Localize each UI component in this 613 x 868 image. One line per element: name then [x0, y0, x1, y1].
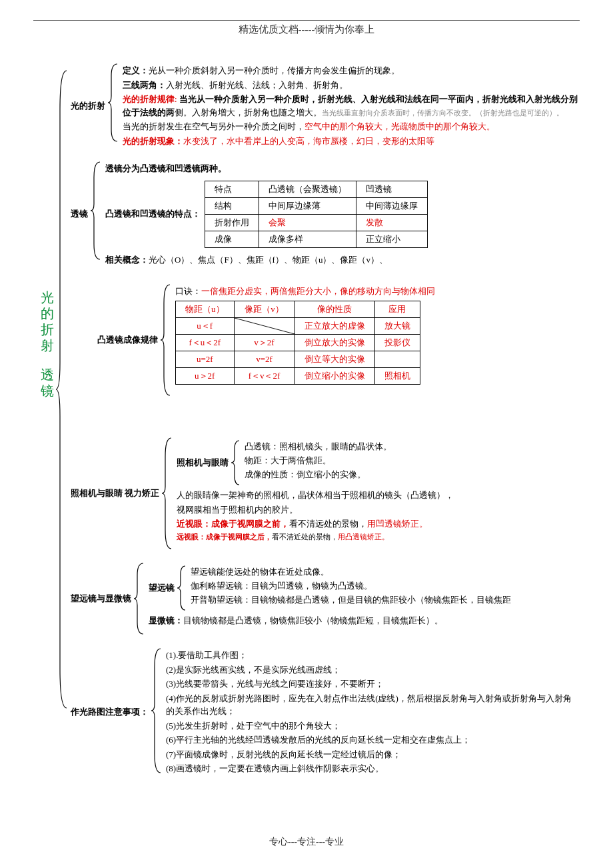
note-item: (2)是实际光线画实线，不是实际光线画虚线； [166, 663, 580, 677]
brace-icon [231, 439, 241, 486]
lens-compare-table: 特点凸透镜（会聚透镜）凹透镜 结构中间厚边缘薄中间薄边缘厚 折射作用会聚发散 成… [205, 181, 428, 248]
sec4-body: 照相机与眼睛 凸透镜：照相机镜头，眼睛的晶状体。 物距：大于两倍焦距。 成像的性… [173, 437, 580, 543]
imaging-table: 物距（u） 像距（v） 像的性质 应用 u＜f正立放大的虚像放大镜f＜u＜2fv… [175, 301, 420, 385]
main-title-part2: 透镜 [40, 367, 55, 399]
sec4-sub1-label: 照相机与眼睛 [177, 457, 229, 469]
brace-icon [151, 647, 162, 774]
page-footer: 专心---专注---专业 [0, 836, 613, 848]
main-title: 光的折射 透镜 [40, 289, 55, 399]
sec1-label: 光的折射 [71, 100, 105, 112]
sec3-label: 凸透镜成像规律 [97, 334, 158, 346]
note-item: (1).要借助工具作图； [166, 649, 580, 662]
brace-icon [134, 562, 145, 635]
sec3-body: 口诀：一倍焦距分虚实，两倍焦距分大小，像的移动方向与物体相同 物距（u） 像距（… [171, 283, 580, 387]
svg-line-0 [235, 318, 295, 334]
sec6-label: 作光路图注意事项： [71, 706, 149, 718]
brace-icon [177, 565, 187, 611]
note-item: (7)平面镜成像时，反射光线的反向延长线一定经过镜后的像； [166, 748, 580, 761]
sec5-body: 望远镜 望远镜能使远处的物体在近处成像。 伽利略望远镜：目镜为凹透镜，物镜为凸透… [145, 562, 580, 629]
sec5-label: 望远镜与显微镜 [71, 593, 131, 605]
sec1-body: 定义：光从一种介质斜射入另一种介质时，传播方向会发生偏折的现象。 三线两角：入射… [119, 63, 580, 149]
brace-icon [162, 437, 173, 550]
sec6-body: (1).要借助工具作图；(2)是实际光线画实线，不是实际光线画虚线；(3)光线要… [162, 647, 580, 777]
note-item: (6)平行主光轴的光线经凹透镜发散后的光线的反向延长线一定相交在虚焦点上； [166, 733, 580, 747]
sec2-body: 透镜分为凸透镜和凹透镜两种。 凸透镜和凹透镜的特点： 特点凸透镜（会聚透镜）凹透… [101, 161, 580, 267]
sec4-label: 照相机与眼睛 视力矫正 [71, 487, 159, 499]
note-item: (3)光线要带箭头，光线与光线之间要连接好，不要断开； [166, 677, 580, 691]
sec2-label: 透镜 [71, 208, 88, 220]
note-item: (5)光发生折射时，处于空气中的那个角较大； [166, 719, 580, 733]
main-brace-icon [56, 69, 68, 709]
note-item: (8)画透镜时，一定要在透镜内画上斜线作阴影表示实心。 [166, 762, 580, 775]
page-header: 精选优质文档-----倾情为你奉上 [33, 23, 580, 36]
main-title-part1: 光的折射 [40, 289, 55, 353]
sec5-sub1-label: 望远镜 [149, 582, 175, 594]
brace-icon [91, 161, 101, 261]
brace-icon [161, 283, 171, 397]
note-item: (4)作光的反射或折射光路图时，应先在入射点作出法线(虚线)，然后根据反射角与入… [166, 692, 580, 718]
brace-icon [108, 63, 119, 143]
